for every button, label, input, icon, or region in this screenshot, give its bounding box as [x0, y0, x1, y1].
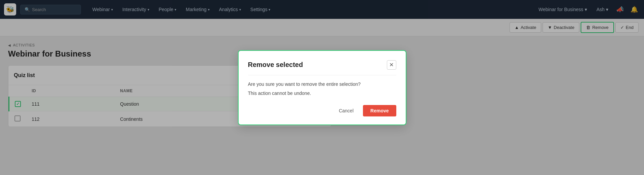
remove-confirm-button[interactable]: Remove	[363, 105, 396, 116]
modal-header: Remove selected ✕	[248, 60, 396, 70]
modal-close-button[interactable]: ✕	[387, 60, 396, 70]
modal-body: Are you sure you want to remove the enti…	[248, 81, 396, 97]
modal-title: Remove selected	[248, 61, 303, 69]
modal-overlay: Remove selected ✕ Are you sure you want …	[0, 0, 644, 175]
cancel-button[interactable]: Cancel	[333, 105, 359, 116]
modal-footer: Cancel Remove	[248, 105, 396, 116]
modal-line2: This action cannot be undone.	[248, 90, 396, 97]
modal-divider	[248, 75, 396, 75]
modal-line1: Are you sure you want to remove the enti…	[248, 81, 396, 88]
remove-selected-modal: Remove selected ✕ Are you sure you want …	[238, 50, 406, 125]
